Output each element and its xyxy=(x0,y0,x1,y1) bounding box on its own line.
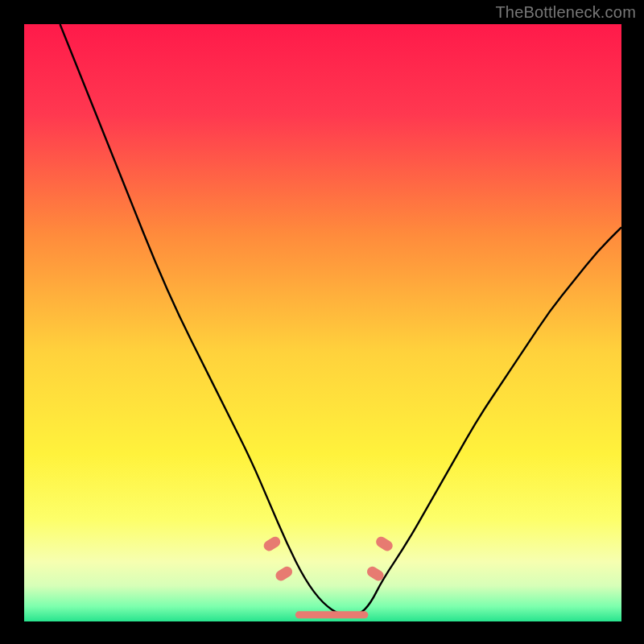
curve-marker xyxy=(274,564,295,583)
curve-marker xyxy=(262,535,283,553)
chart-frame: TheBottleneck.com xyxy=(0,0,644,644)
plot-area xyxy=(24,24,621,621)
bottleneck-curve xyxy=(24,24,621,621)
curve-marker xyxy=(374,535,395,553)
attribution-label: TheBottleneck.com xyxy=(495,3,636,22)
